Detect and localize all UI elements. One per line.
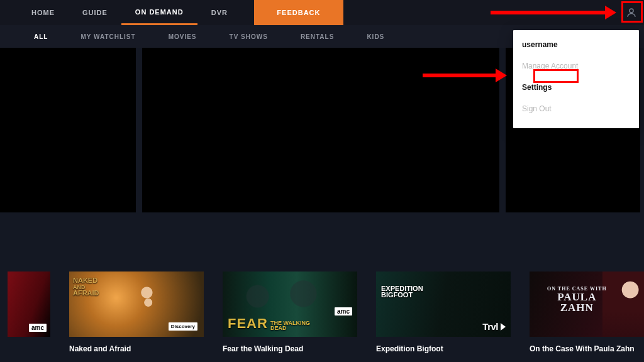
spacer xyxy=(343,0,619,25)
user-icon xyxy=(626,7,637,18)
show-poster: EXPEDITIONBIGFOOT Trvl xyxy=(376,272,511,337)
subnav-rentals[interactable]: RENTALS xyxy=(284,25,350,48)
profile-menu-sign-out[interactable]: Sign Out xyxy=(522,98,630,119)
hero-tile-left[interactable] xyxy=(0,48,136,212)
network-badge: amc xyxy=(29,324,47,332)
show-title: Expedition Bigfoot xyxy=(376,344,511,353)
show-card-1[interactable]: NAKEDANDAFRAID Discovery Naked and Afrai… xyxy=(69,272,204,353)
subnav-all[interactable]: ALL xyxy=(18,25,64,48)
show-poster: NAKEDANDAFRAID Discovery xyxy=(69,272,204,337)
network-badge: Discovery xyxy=(169,322,197,331)
show-title: On the Case With Paula Zahn xyxy=(530,344,644,353)
profile-menu-manage-account[interactable]: Manage Account xyxy=(522,55,630,77)
profile-button[interactable] xyxy=(619,0,644,25)
poster-text: FEAR xyxy=(228,315,268,332)
profile-menu: username Manage Account Settings Sign Ou… xyxy=(513,30,639,128)
poster-text: ON THE CASE WITH PAULA ZAHN xyxy=(547,287,607,313)
subnav-kids[interactable]: KIDS xyxy=(350,25,401,48)
show-poster: ON THE CASE WITH PAULA ZAHN ID xyxy=(530,272,644,337)
feedback-button[interactable]: FEEDBACK xyxy=(254,0,343,25)
show-card-0[interactable]: amc xyxy=(8,272,50,353)
subnav-movies[interactable]: MOVIES xyxy=(152,25,213,48)
nav-on-demand[interactable]: ON DEMAND xyxy=(121,0,197,25)
show-card-3[interactable]: EXPEDITIONBIGFOOT Trvl Expedition Bigfoo… xyxy=(376,272,511,353)
poster-text: THE WALKINGDEAD xyxy=(270,321,310,331)
poster-text: EXPEDITIONBIGFOOT xyxy=(381,285,423,299)
show-poster: amc xyxy=(8,272,50,337)
show-title: Naked and Afraid xyxy=(69,344,204,353)
hero-tile-center[interactable] xyxy=(142,48,499,212)
poster-text: NAKEDANDAFRAID xyxy=(73,278,99,297)
svg-point-0 xyxy=(630,9,633,13)
nav-guide[interactable]: GUIDE xyxy=(69,0,121,25)
nav-home[interactable]: HOME xyxy=(18,0,69,25)
show-card-4[interactable]: ON THE CASE WITH PAULA ZAHN ID On the Ca… xyxy=(530,272,644,353)
nav-dvr[interactable]: DVR xyxy=(197,0,242,25)
play-icon xyxy=(501,323,506,331)
profile-menu-username: username xyxy=(522,36,630,55)
show-card-2[interactable]: FEAR THE WALKINGDEAD amc Fear the Walkin… xyxy=(223,272,357,353)
show-title: Fear the Walking Dead xyxy=(223,344,357,353)
top-nav: HOME GUIDE ON DEMAND DVR FEEDBACK xyxy=(0,0,644,25)
subnav-watchlist[interactable]: MY WATCHLIST xyxy=(64,25,152,48)
poster-art xyxy=(118,283,191,326)
show-poster: FEAR THE WALKINGDEAD amc xyxy=(223,272,357,337)
shows-row: amc NAKEDANDAFRAID Discovery Naked and A… xyxy=(0,272,644,353)
subnav-tvshows[interactable]: TV SHOWS xyxy=(213,25,284,48)
network-badge: amc xyxy=(335,307,352,315)
network-badge: Trvl xyxy=(482,321,506,332)
poster-art xyxy=(602,272,644,337)
profile-menu-settings[interactable]: Settings xyxy=(522,77,630,98)
